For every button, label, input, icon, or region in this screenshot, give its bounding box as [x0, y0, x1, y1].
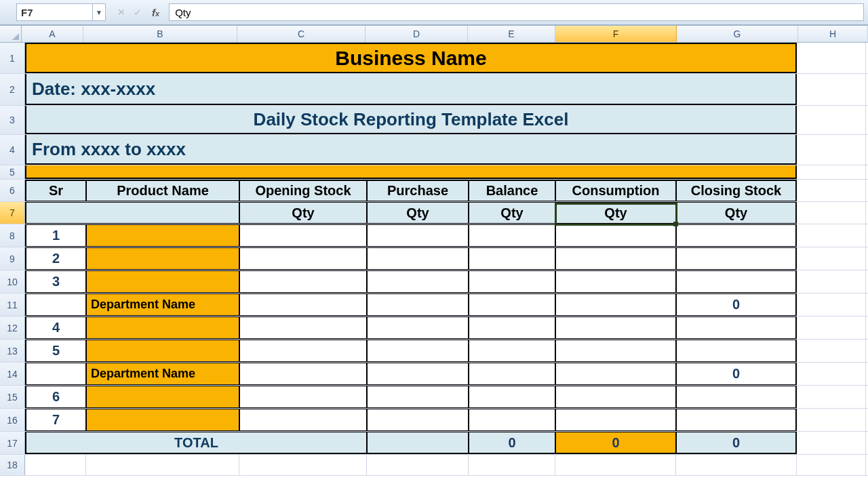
- cell-opening-14[interactable]: [239, 363, 367, 385]
- cell-purchase-13[interactable]: [367, 340, 469, 362]
- cell-balance-13[interactable]: [469, 340, 555, 362]
- cell-subhdr-closing[interactable]: Qty: [676, 202, 797, 224]
- row-header-12[interactable]: 12: [0, 317, 25, 339]
- cell-balance-11[interactable]: [469, 293, 555, 316]
- cell-date[interactable]: Date: xxx-xxxx: [25, 74, 797, 105]
- cell-H18[interactable]: [797, 455, 866, 475]
- cell-E18[interactable]: [469, 455, 555, 475]
- cell-H4[interactable]: [797, 135, 866, 165]
- cell-subhdr-blank[interactable]: [25, 202, 239, 224]
- cell-closing-12[interactable]: [676, 317, 797, 339]
- cell-product-12[interactable]: [86, 317, 239, 339]
- cell-H13[interactable]: [797, 340, 866, 362]
- cell-H10[interactable]: [797, 270, 866, 293]
- cell-total-consumption[interactable]: 0: [555, 432, 676, 454]
- cell-H2[interactable]: [797, 74, 866, 105]
- row-header-4[interactable]: 4: [0, 135, 25, 165]
- cell-consumption-11[interactable]: [555, 293, 676, 316]
- row-header-15[interactable]: 15: [0, 386, 25, 408]
- cell-subhdr-purchase[interactable]: Qty: [367, 202, 469, 224]
- col-header-A[interactable]: A: [22, 26, 83, 42]
- cell-product-14[interactable]: Department Name: [86, 363, 239, 385]
- chevron-down-icon[interactable]: ▼: [92, 4, 105, 20]
- cell-product-15[interactable]: [86, 386, 239, 408]
- cell-hdr-closing[interactable]: Closing Stock: [676, 180, 797, 201]
- cell-opening-16[interactable]: [239, 409, 367, 431]
- col-header-C[interactable]: C: [237, 26, 366, 42]
- cell-closing-9[interactable]: [676, 247, 797, 270]
- cell-consumption-12[interactable]: [555, 317, 676, 339]
- cell-subtitle[interactable]: Daily Stock Reporting Template Excel: [25, 106, 797, 134]
- cell-C18[interactable]: [239, 455, 367, 475]
- row-header-9[interactable]: 9: [0, 247, 25, 270]
- cell-product-9[interactable]: [86, 247, 239, 270]
- cell-sr-14[interactable]: [25, 363, 86, 385]
- cell-product-11[interactable]: Department Name: [86, 293, 239, 316]
- cell-sr-9[interactable]: 2: [25, 247, 86, 270]
- row-header-11[interactable]: 11: [0, 293, 25, 316]
- cell-opening-11[interactable]: [239, 293, 367, 316]
- cell-H7[interactable]: [797, 202, 866, 224]
- cell-sr-13[interactable]: 5: [25, 340, 86, 362]
- cell-H8[interactable]: [797, 224, 866, 247]
- cell-H3[interactable]: [797, 106, 866, 134]
- cell-closing-16[interactable]: [676, 409, 797, 431]
- cell-sr-8[interactable]: 1: [25, 224, 86, 247]
- cell-total-label[interactable]: TOTAL: [25, 432, 367, 454]
- col-header-B[interactable]: B: [83, 26, 237, 42]
- cell-balance-15[interactable]: [469, 386, 555, 408]
- cell-consumption-16[interactable]: [555, 409, 676, 431]
- cell-hdr-consumption[interactable]: Consumption: [555, 180, 676, 201]
- enter-icon[interactable]: ✓: [132, 7, 144, 18]
- cell-total-balance[interactable]: 0: [469, 432, 555, 454]
- row-header-3[interactable]: 3: [0, 106, 25, 134]
- cell-purchase-15[interactable]: [367, 386, 469, 408]
- row-header-16[interactable]: 16: [0, 409, 25, 431]
- cell-balance-12[interactable]: [469, 317, 555, 339]
- cell-B18[interactable]: [86, 455, 239, 475]
- cell-balance-16[interactable]: [469, 409, 555, 431]
- cell-subhdr-opening[interactable]: Qty: [239, 202, 367, 224]
- col-header-G[interactable]: G: [677, 26, 798, 42]
- cell-balance-14[interactable]: [469, 363, 555, 385]
- cell-consumption-13[interactable]: [555, 340, 676, 362]
- cell-A18[interactable]: [25, 455, 86, 475]
- cell-opening-15[interactable]: [239, 386, 367, 408]
- cell-closing-15[interactable]: [676, 386, 797, 408]
- cell-sr-11[interactable]: [25, 293, 86, 316]
- cell-opening-8[interactable]: [239, 224, 367, 247]
- row-header-10[interactable]: 10: [0, 270, 25, 293]
- cell-purchase-12[interactable]: [367, 317, 469, 339]
- col-header-F[interactable]: F: [555, 26, 677, 42]
- cell-spacer[interactable]: [25, 165, 797, 179]
- formula-input[interactable]: Qty: [169, 3, 864, 21]
- cell-purchase-8[interactable]: [367, 224, 469, 247]
- col-header-D[interactable]: D: [366, 26, 468, 42]
- cell-subhdr-balance[interactable]: Qty: [469, 202, 555, 224]
- cell-H16[interactable]: [797, 409, 866, 431]
- cell-opening-12[interactable]: [239, 317, 367, 339]
- grid[interactable]: A B C D E F G H 1 Business Name 2 Date: …: [0, 26, 868, 476]
- cell-balance-8[interactable]: [469, 224, 555, 247]
- col-header-H[interactable]: H: [798, 26, 868, 42]
- cell-hdr-product[interactable]: Product Name: [86, 180, 239, 201]
- cell-hdr-sr[interactable]: Sr: [25, 180, 86, 201]
- cell-balance-9[interactable]: [469, 247, 555, 270]
- cell-balance-10[interactable]: [469, 270, 555, 293]
- cell-subhdr-consumption[interactable]: Qty: [555, 202, 676, 224]
- cell-H12[interactable]: [797, 317, 866, 339]
- cell-purchase-14[interactable]: [367, 363, 469, 385]
- cell-total-purchase[interactable]: [367, 432, 469, 454]
- cell-product-13[interactable]: [86, 340, 239, 362]
- cell-closing-11[interactable]: 0: [676, 293, 797, 316]
- fx-icon[interactable]: fx: [152, 7, 159, 18]
- cell-total-closing[interactable]: 0: [676, 432, 797, 454]
- cell-purchase-16[interactable]: [367, 409, 469, 431]
- cell-opening-10[interactable]: [239, 270, 367, 293]
- cell-opening-13[interactable]: [239, 340, 367, 362]
- cell-hdr-balance[interactable]: Balance: [469, 180, 555, 201]
- cell-consumption-10[interactable]: [555, 270, 676, 293]
- row-header-14[interactable]: 14: [0, 363, 25, 385]
- cell-product-16[interactable]: [86, 409, 239, 431]
- cell-range[interactable]: From xxxx to xxxx: [25, 135, 797, 165]
